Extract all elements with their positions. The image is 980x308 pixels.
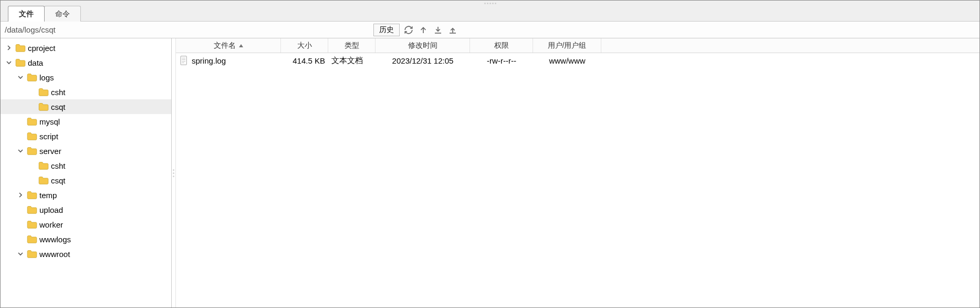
- tree-item-label: wwwroot: [39, 250, 70, 259]
- toolbar-actions: 历史: [373, 24, 458, 36]
- tree-expander-icon[interactable]: [5, 58, 13, 67]
- download-icon[interactable]: [432, 24, 444, 36]
- column-header-label: 大小: [297, 41, 312, 50]
- up-directory-icon[interactable]: [418, 24, 429, 36]
- cell-size: 414.5 KB: [281, 56, 328, 65]
- file-name: spring.log: [192, 56, 226, 65]
- cell-perm: -rw-r--r--: [470, 56, 533, 65]
- column-header-label: 修改时间: [408, 41, 437, 50]
- tree-item-label: wwwlogs: [39, 235, 71, 244]
- tree-expander-icon[interactable]: [16, 73, 25, 81]
- tree-item[interactable]: temp: [1, 188, 171, 202]
- tree-item[interactable]: csqt: [1, 173, 171, 188]
- tree-expander-icon[interactable]: [16, 191, 25, 199]
- cell-type: 文本文档: [328, 56, 376, 66]
- cell-owner: www/www: [533, 56, 601, 65]
- tree-item[interactable]: csqt: [1, 99, 171, 114]
- refresh-icon[interactable]: [403, 24, 414, 36]
- tree-item-label: worker: [39, 220, 63, 229]
- column-header-label: 类型: [345, 41, 359, 50]
- table-body: spring.log414.5 KB文本文档2023/12/31 12:05-r…: [176, 53, 979, 307]
- column-header-label: 文件名: [214, 41, 236, 50]
- tree-item-label: csqt: [51, 176, 66, 185]
- tree-item[interactable]: script: [1, 129, 171, 143]
- column-header-name[interactable]: 文件名: [176, 38, 281, 53]
- tree-item[interactable]: wwwlogs: [1, 232, 171, 247]
- tree-item-label: csqt: [51, 102, 66, 111]
- history-button-label: 历史: [379, 25, 394, 35]
- tab-files[interactable]: 文件: [8, 6, 45, 22]
- svg-rect-0: [181, 56, 186, 65]
- column-header-size[interactable]: 大小: [281, 38, 328, 53]
- tree-item-label: logs: [39, 73, 54, 82]
- table-header: 文件名 大小 类型 修改时间 权限 用户/用户组: [176, 38, 979, 53]
- column-header-label: 权限: [494, 41, 509, 50]
- tree-item-label: csht: [51, 88, 66, 97]
- tree-item-label: temp: [39, 191, 57, 200]
- tree-item[interactable]: csht: [1, 85, 171, 99]
- column-header-label: 用户/用户组: [548, 41, 587, 50]
- column-header-mtime[interactable]: 修改时间: [376, 38, 470, 53]
- history-button[interactable]: 历史: [373, 24, 400, 36]
- tab-label: 命令: [55, 9, 70, 19]
- tree-item[interactable]: logs: [1, 70, 171, 85]
- body-split: cprojectdatalogscshtcsqtmysqlscriptserve…: [1, 38, 979, 307]
- cell-mtime: 2023/12/31 12:05: [376, 56, 470, 65]
- tree-item[interactable]: upload: [1, 202, 171, 217]
- tree-expander-icon[interactable]: [16, 147, 25, 155]
- tabs-bar: 文件 命令: [1, 1, 979, 22]
- tree-item[interactable]: server: [1, 143, 171, 158]
- tree-item-label: mysql: [39, 117, 60, 126]
- tree-expander-icon[interactable]: [5, 44, 13, 52]
- upload-icon[interactable]: [447, 24, 458, 36]
- tree-item[interactable]: wwwroot: [1, 247, 171, 261]
- tree-item[interactable]: data: [1, 55, 171, 70]
- tree-item-label: server: [39, 147, 61, 156]
- tree-item-label: upload: [39, 206, 63, 214]
- tab-commands[interactable]: 命令: [44, 6, 81, 22]
- tree-item[interactable]: cproject: [1, 40, 171, 55]
- tree-item-label: cproject: [28, 44, 56, 53]
- file-list-panel: 文件名 大小 类型 修改时间 权限 用户/用户组 spring.log414: [176, 38, 979, 307]
- column-header-owner[interactable]: 用户/用户组: [533, 38, 601, 53]
- splitter-handle[interactable]: [172, 38, 176, 307]
- tree-expander-icon[interactable]: [16, 250, 25, 258]
- column-header-perm[interactable]: 权限: [470, 38, 533, 53]
- tree-item-label: script: [39, 132, 58, 141]
- table-row[interactable]: spring.log414.5 KB文本文档2023/12/31 12:05-r…: [176, 53, 979, 68]
- cell-name: spring.log: [176, 56, 281, 65]
- path-input[interactable]: /data/logs/csqt: [1, 25, 373, 34]
- tree-item-label: csht: [51, 161, 66, 170]
- tree-item[interactable]: mysql: [1, 114, 171, 129]
- directory-tree[interactable]: cprojectdatalogscshtcsqtmysqlscriptserve…: [1, 38, 172, 307]
- path-toolbar: /data/logs/csqt 历史: [1, 22, 979, 38]
- tree-item-label: data: [28, 58, 43, 67]
- tree-item[interactable]: csht: [1, 158, 171, 173]
- file-manager-window: 文件 命令 /data/logs/csqt 历史: [0, 0, 980, 308]
- tab-label: 文件: [19, 9, 34, 19]
- column-header-type[interactable]: 类型: [328, 38, 376, 53]
- drag-grip-icon[interactable]: [482, 2, 498, 5]
- tree-item[interactable]: worker: [1, 217, 171, 232]
